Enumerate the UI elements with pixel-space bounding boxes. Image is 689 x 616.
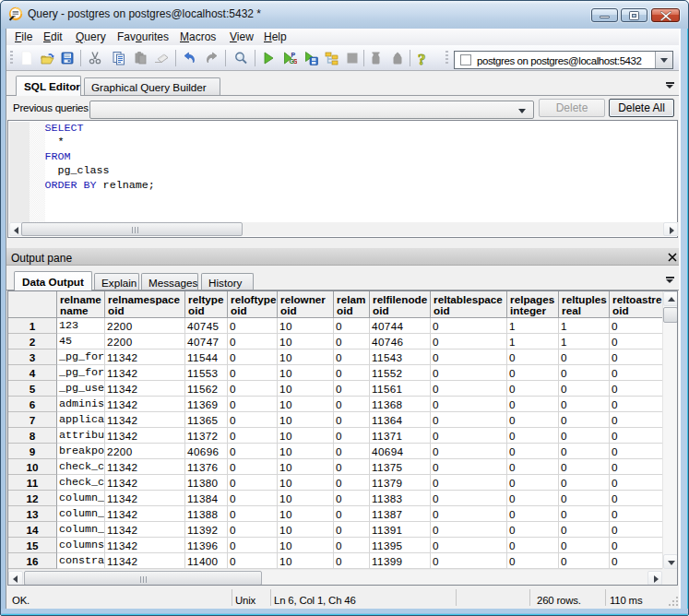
svg-text:?: ? — [418, 51, 426, 65]
svg-text:P: P — [291, 52, 296, 58]
svg-text:S: S — [293, 58, 297, 65]
